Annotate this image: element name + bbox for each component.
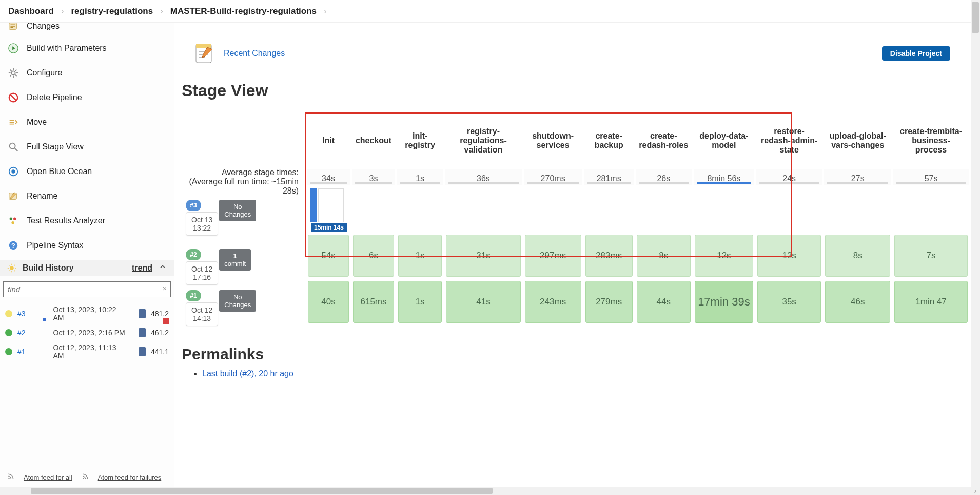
stage-cell[interactable]: 297ms	[524, 233, 582, 279]
permalink-last-build[interactable]: Last build (#2), 20 hr ago	[202, 369, 293, 378]
permalinks-list: Last build (#2), 20 hr ago	[202, 369, 971, 378]
stage-cell[interactable]: 243ms	[524, 279, 582, 325]
sidebar-item-delete[interactable]: Delete Pipeline	[0, 85, 174, 110]
avg-time-cell: 27s	[824, 169, 891, 185]
sidebar-item-fullstage[interactable]: Full Stage View	[0, 135, 174, 159]
build-date[interactable]: Oct 13, 2023, 10:22 AM	[53, 306, 129, 322]
breadcrumb: Dashboard › registry-regulations › MASTE…	[0, 0, 971, 23]
crumb-job[interactable]: MASTER-Build-registry-regulations	[170, 6, 317, 16]
build-row[interactable]: #2 Oct 12, 2023, 2:16 PM 461,2	[0, 325, 174, 340]
trend-link[interactable]: trend	[132, 263, 152, 273]
sidebar-item-syntax[interactable]: ? Pipeline Syntax	[0, 233, 174, 258]
svg-line-30	[9, 271, 10, 272]
stage-cell[interactable]: 6s	[352, 233, 395, 279]
gear-icon	[7, 67, 19, 79]
build-size[interactable]: 461,2	[151, 329, 169, 337]
build-date[interactable]: Oct 12, 2023, 11:13 AM	[53, 344, 129, 360]
search-icon	[7, 141, 19, 153]
run-date: Oct 12 14:13	[186, 302, 218, 326]
run-card-1[interactable]: #1 Oct 12 14:13 No Changes	[186, 290, 305, 326]
clear-icon[interactable]: ×	[163, 284, 167, 293]
sidebar-item-rename[interactable]: Rename	[0, 184, 174, 208]
avg-time-cell: 8min 56s	[694, 169, 754, 185]
build-number[interactable]: #3	[17, 310, 26, 318]
atom-fail-link[interactable]: Atom feed for failures	[98, 473, 162, 481]
stage-cell[interactable]: 615ms	[352, 279, 395, 325]
collapse-icon[interactable]	[159, 263, 167, 273]
cancel-build-icon[interactable]	[163, 318, 169, 324]
sidebar-item-testresults[interactable]: Test Results Analyzer	[0, 208, 174, 233]
sidebar-item-move[interactable]: Move	[0, 110, 174, 135]
move-icon	[7, 116, 19, 128]
stage-cell[interactable]: 279ms	[584, 279, 634, 325]
svg-point-16	[11, 169, 15, 173]
recent-changes-link[interactable]: Recent Changes	[224, 49, 285, 58]
stage-cell[interactable]: 1s	[397, 279, 443, 325]
stage-cell[interactable]: 8s	[824, 233, 891, 279]
changes-icon	[7, 22, 19, 32]
crumb-folder[interactable]: registry-regulations	[71, 6, 153, 16]
vertical-scrollbar[interactable]	[971, 0, 980, 487]
build-row[interactable]: #3 Oct 13, 2023, 10:22 AM 481,2	[0, 302, 174, 325]
running-cell[interactable]: 15min 14s	[307, 185, 969, 233]
status-orb-success	[5, 329, 12, 336]
svg-point-13	[10, 143, 15, 149]
crumb-sep: ›	[324, 6, 327, 16]
stage-cell[interactable]: 46s	[824, 279, 891, 325]
crumb-sep: ›	[61, 6, 64, 16]
avg-time-cell: 1s	[397, 169, 443, 185]
build-size[interactable]: 441,1	[151, 348, 169, 356]
run-pill: #1	[186, 290, 201, 301]
stage-cell[interactable]: 1s	[397, 233, 443, 279]
sidebar-item-build[interactable]: Build with Parameters	[0, 36, 174, 61]
build-number[interactable]: #2	[17, 329, 26, 337]
run-date: Oct 12 17:16	[186, 261, 218, 285]
svg-point-18	[10, 218, 13, 221]
stage-header: upload-global-vars-changes	[824, 112, 891, 169]
build-row[interactable]: #1 Oct 12, 2023, 11:13 AM 441,1	[0, 340, 174, 363]
stage-cell[interactable]: 7s	[893, 233, 969, 279]
artifact-icon[interactable]	[139, 347, 146, 356]
progress-indicator	[43, 318, 46, 321]
stage-cell[interactable]: 31s	[445, 233, 521, 279]
sidebar-item-blueocean[interactable]: Open Blue Ocean	[0, 159, 174, 184]
stage-cell[interactable]: 35s	[756, 279, 822, 325]
avg-time-cell: 26s	[636, 169, 692, 185]
stage-header: deploy-data-model	[694, 112, 754, 169]
rss-icon	[82, 473, 89, 482]
run-card-3[interactable]: #3 Oct 13 13:22 No Changes	[186, 200, 305, 236]
avg-stage-times: Average stage times: (Average full run t…	[182, 112, 305, 199]
stage-cell[interactable]: 44s	[636, 279, 692, 325]
svg-rect-35	[196, 44, 211, 48]
sidebar-item-changes[interactable]: Changes	[0, 22, 174, 36]
stage-cell[interactable]: 8s	[636, 233, 692, 279]
crumb-dashboard[interactable]: Dashboard	[8, 6, 54, 16]
stage-header: init-registry	[397, 112, 443, 169]
stage-cell[interactable]: 1min 47	[893, 279, 969, 325]
run-card-2[interactable]: #2 Oct 12 17:16 1 commit	[186, 249, 305, 285]
build-number[interactable]: #1	[17, 348, 26, 356]
stage-cell[interactable]: 283ms	[584, 233, 634, 279]
sidebar-item-configure[interactable]: Configure	[0, 61, 174, 85]
sidebar-label: Pipeline Syntax	[27, 241, 83, 250]
svg-line-28	[9, 265, 10, 266]
build-size[interactable]: 481,2	[151, 310, 169, 318]
horizontal-scrollbar[interactable]: ›	[0, 487, 980, 495]
stage-header: registry-regulations-validation	[445, 112, 521, 169]
stage-cell[interactable]: 12s	[756, 233, 822, 279]
artifact-icon[interactable]	[139, 328, 146, 337]
scroll-right-arrow[interactable]: ›	[971, 487, 980, 495]
stage-cell[interactable]: 54s	[307, 233, 350, 279]
stage-cell[interactable]: 40s	[307, 279, 350, 325]
stage-cell[interactable]: 12s	[694, 233, 754, 279]
disable-project-button[interactable]: Disable Project	[882, 46, 950, 61]
find-input[interactable]	[3, 281, 171, 297]
atom-all-link[interactable]: Atom feed for all	[24, 473, 72, 481]
artifact-icon[interactable]	[139, 309, 146, 318]
stage-cell[interactable]: 17min 39s	[694, 279, 754, 325]
build-date[interactable]: Oct 12, 2023, 2:16 PM	[53, 329, 125, 337]
help-icon: ?	[7, 239, 19, 252]
svg-text:?: ?	[11, 242, 15, 250]
stage-cell[interactable]: 41s	[445, 279, 521, 325]
avg-time-cell: 281ms	[584, 169, 634, 185]
